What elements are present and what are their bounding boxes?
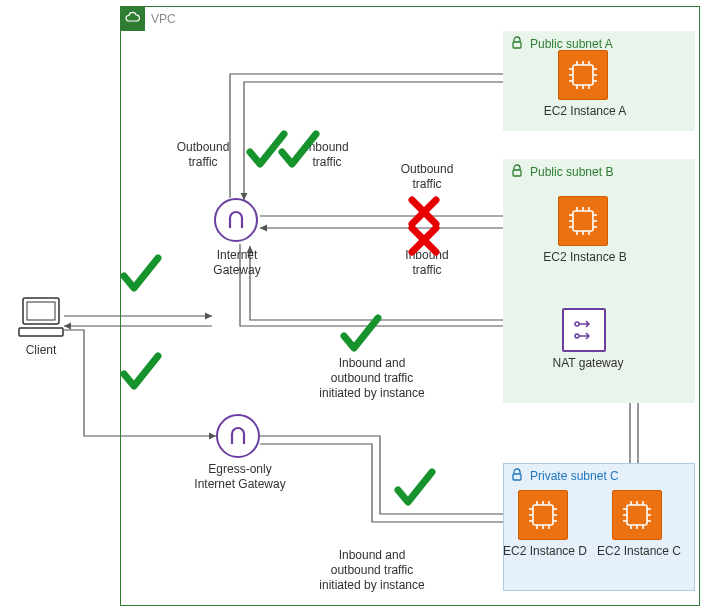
ec2-instance-d-icon	[518, 490, 568, 540]
ec2-instance-b-icon	[558, 196, 608, 246]
ec2c-label: EC2 Instance C	[594, 544, 684, 559]
check-icon	[338, 312, 382, 356]
svg-point-6	[575, 322, 579, 326]
ec2-instance-c-icon	[612, 490, 662, 540]
svg-rect-2	[513, 474, 521, 480]
svg-point-7	[575, 334, 579, 338]
check-icon	[118, 350, 162, 394]
check-icon	[392, 466, 436, 510]
ec2b-label: EC2 Instance B	[540, 250, 630, 265]
ec2-instance-a-icon	[558, 50, 608, 100]
nat-gateway-icon	[562, 308, 606, 352]
svg-rect-0	[513, 42, 521, 48]
svg-rect-8	[573, 65, 593, 85]
internet-gateway-icon	[214, 198, 258, 242]
computer-icon	[17, 296, 65, 340]
subnet-title: Private subnet C	[530, 469, 619, 483]
svg-rect-21	[573, 211, 593, 231]
outbound-traffic-label-top: Outbound traffic	[168, 140, 238, 170]
nat-traffic-label: Inbound and outbound traffic initiated b…	[312, 356, 432, 401]
egress-label: Egress-only Internet Gateway	[192, 462, 288, 492]
check-icon	[118, 252, 162, 296]
egress-traffic-label: Inbound and outbound traffic initiated b…	[312, 548, 432, 593]
ec2d-label: EC2 Instance D	[500, 544, 590, 559]
client-label: Client	[6, 343, 76, 358]
svg-rect-47	[533, 505, 553, 525]
svg-rect-5	[19, 328, 63, 336]
ec2a-label: EC2 Instance A	[540, 104, 630, 119]
vpc-icon	[121, 7, 145, 31]
igw-label: Internet Gateway	[192, 248, 282, 278]
svg-rect-34	[627, 505, 647, 525]
cross-icon	[406, 222, 442, 258]
egress-only-igw-icon	[216, 414, 260, 458]
lock-icon	[510, 164, 526, 180]
lock-icon	[510, 36, 526, 52]
subnet-title: Public subnet A	[530, 37, 613, 51]
subnet-title: Public subnet B	[530, 165, 613, 179]
outbound-traffic-label-mid: Outbound traffic	[392, 162, 462, 192]
svg-rect-1	[513, 170, 521, 176]
check-icon	[276, 128, 320, 172]
lock-icon	[510, 468, 526, 484]
nat-label: NAT gateway	[548, 356, 628, 371]
client-node: Client	[6, 296, 76, 358]
svg-rect-4	[27, 302, 55, 320]
vpc-title: VPC	[151, 12, 176, 27]
